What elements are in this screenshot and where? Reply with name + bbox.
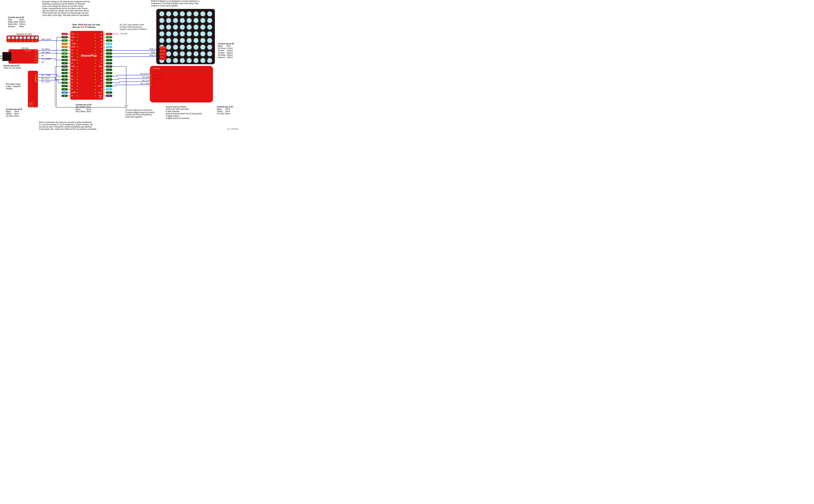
pin-inner-hole-right [95,73,96,74]
matrix-led [200,18,206,23]
pin-label-left: 3V3 [71,33,74,35]
pin-hole-left [69,53,70,54]
sio-board: 3-5V GNDIMST_OUT_SLV_INOMST_IN_SLV_OUTCC… [150,66,213,102]
pin-inner-hole-right [95,95,96,96]
matrix-led [186,51,192,56]
pin-hole-right [104,69,105,70]
pin-pad-right: 44 [106,85,112,87]
pin-label-left: CDNE [71,43,76,45]
neo-pin-hole [20,40,21,42]
pin-label-left: 07 [71,72,73,74]
pin-hole-left [69,34,70,35]
pin-label-right: 23 [95,62,102,64]
rgb-hdr-hole [160,47,161,48]
pin-inner-hole-left [77,53,78,54]
pin-pad-left: 7 [61,43,68,45]
signal-label-SIO_CLK: SIO_CLK [125,79,149,81]
matrix-led [166,45,171,50]
matrix-led [193,58,198,63]
pin-label-left: 02* [71,53,74,54]
pin-hole-left [69,86,70,87]
pin-pad-left: 3.3v [61,33,68,35]
pin-hole-right [104,95,105,96]
pin-hole-left [69,73,70,74]
pin-hole-right [104,50,105,51]
i2s-pin-hole [36,50,38,51]
pin-inner-hole-right [95,66,96,67]
rgb-hdr-hole [160,57,161,58]
pin-hole-left [69,37,70,38]
pin-label-left: GND [71,66,75,67]
matrix-led [193,31,198,36]
pin-hole-right [104,47,105,48]
pin-inner-hole-left [77,92,78,93]
i2s-pwr: 3-5V GND [25,50,31,52]
signal-label-SIO_DIN: SIO_DIN [125,76,149,78]
matrix-led [207,11,212,16]
pin-pad-right: 39 [106,43,112,45]
pin-pad-right: 46 [106,82,112,84]
matrix-led [166,11,171,16]
pin-pad-right: 3 [106,62,112,64]
rgb-hdr-label: CLK [162,53,164,55]
pin-label-left: 00* [71,40,74,41]
pin-inner-hole-right [95,79,96,80]
matrix-led [200,45,206,50]
pin-pad-left: 8 [61,46,68,48]
pin-pad-left: 20 [61,59,68,61]
pin-label-right: GND [95,66,102,67]
pin-inner-hole-right [95,86,96,87]
pin-label-left: 01* [71,49,74,51]
pin-label-right: 16 [95,88,102,90]
matrix-led [207,25,212,30]
pin-label-right: 18 [95,82,102,84]
matrix-led [166,38,171,43]
pin-label-right: 29 [95,43,102,45]
matrix-led [186,58,192,63]
pin-hole-right [104,79,105,80]
pin-inner-hole-left [77,73,78,74]
pin-label-right: 27 [95,49,102,51]
pin-pad-right: 45 [106,75,112,77]
pin-pad-left: 26 [61,78,68,81]
signal-label-NEO_DOUT: NEO_DOUT [41,38,59,40]
matrix-led [166,18,171,23]
pin-inner-hole-left [77,89,78,90]
pin-pad-left: 19 [61,62,68,64]
matrix-led [200,25,206,30]
pin-inner-hole-left [77,43,78,44]
seg-pin-label: CLK [35,77,36,80]
pin-inner-hole-right [95,37,96,38]
pin-pad-right: 6 [106,52,112,55]
pin-pad-left: 16 [61,49,68,51]
pin-pad-left: 35 [61,91,68,94]
rgb-hdr-label: INPUT [162,47,165,48]
pin-label-right: 24 [95,59,102,61]
matrix-led [173,18,178,23]
matrix-led [207,38,212,43]
pin-hole-left [69,76,70,77]
pin-label-right: 22 [95,69,102,71]
pin-pad-left: 28 [61,82,68,84]
matrix-led [159,18,164,23]
matrix-led [180,58,185,63]
pin-inner-hole-right [95,34,96,35]
matrix-led [193,25,198,30]
pin-hole-right [104,89,105,90]
matrix-led [207,45,212,50]
shasta-label: ShastaPlus [81,54,97,57]
sio-pin-hole [150,75,151,76]
pin-hole-right [104,92,105,93]
pin-inner-hole-left [77,60,78,61]
neo-led [27,36,30,39]
pin-pad-left: 25 [61,75,68,77]
matrix-led [166,25,171,30]
signal-label-I2S_SDATA: I2S_SDATA [41,58,59,60]
matrix-led [200,38,206,43]
matrix-led [207,18,212,23]
pin-inner-hole-left [77,34,78,35]
pin-label-right: 19 [95,79,102,80]
matrix-led [180,18,185,23]
pin-hole-left [69,50,70,51]
seg-pwr-label: 3-5V [29,102,30,105]
